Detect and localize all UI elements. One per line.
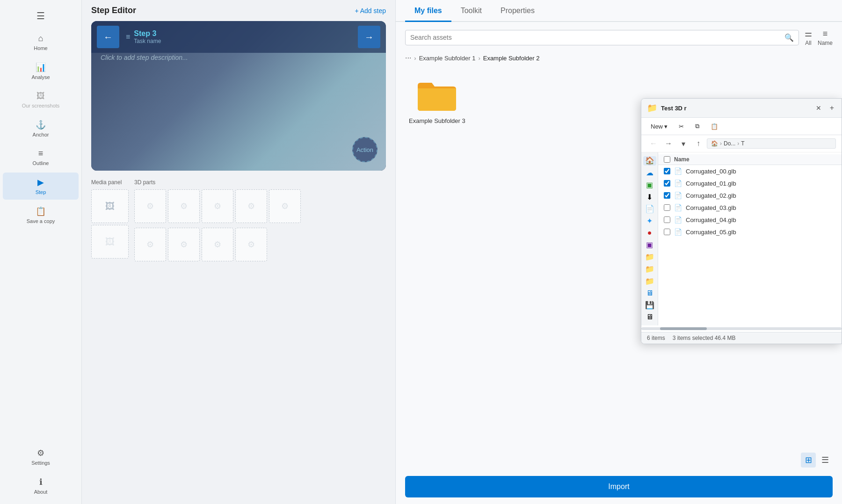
fe-sidebar-cloud2[interactable]: 🖥	[643, 288, 656, 298]
part-cell-2[interactable]: ⚙	[168, 189, 200, 223]
fe-cut-button[interactable]: ✂	[675, 121, 688, 132]
fe-sidebar-star[interactable]: ✦	[643, 216, 656, 226]
part-cell-7[interactable]: ⚙	[168, 228, 200, 261]
step-panels-row: Media panel 🖼 🖼 3D parts	[91, 179, 386, 261]
fe-sidebar-usb[interactable]: 💾	[643, 301, 656, 310]
fe-sidebar-green[interactable]: ▣	[643, 180, 656, 189]
breadcrumb-sep-1: ›	[414, 55, 416, 62]
breadcrumb-dots[interactable]: ···	[405, 54, 411, 62]
fe-sidebar-folder3[interactable]: 📁	[643, 276, 656, 286]
fe-file-checkbox-0[interactable]	[664, 168, 670, 174]
fe-file-row-5[interactable]: 📄 Corrugated_05.glb	[658, 226, 842, 238]
fe-scrollbar-thumb[interactable]	[660, 327, 707, 330]
fe-forward-button[interactable]: →	[662, 137, 675, 150]
part-cell-1[interactable]: ⚙	[134, 189, 166, 223]
media-placeholder-icon-2: 🖼	[105, 237, 115, 247]
sidebar-item-about[interactable]: ℹ About	[3, 472, 79, 499]
fe-sidebar-doc[interactable]: 📄	[643, 204, 656, 214]
sidebar-item-analyse[interactable]: 📊 Analyse	[3, 58, 79, 85]
breadcrumb-item-2[interactable]: Example Subfolder 2	[483, 55, 540, 62]
fe-file-row-2[interactable]: 📄 Corrugated_02.glb	[658, 189, 842, 202]
tab-toolkit[interactable]: Toolkit	[451, 0, 491, 22]
fe-paste-button[interactable]: 📋	[707, 121, 722, 132]
sidebar-item-settings[interactable]: ⚙ Settings	[3, 443, 79, 470]
fe-sidebar-purple[interactable]: ▣	[643, 240, 656, 250]
fe-file-row-0[interactable]: 📄 Corrugated_00.glb	[658, 165, 842, 177]
search-input[interactable]	[410, 34, 781, 41]
folder-item-subfolder3[interactable]: Example Subfolder 3	[405, 72, 469, 128]
fe-sidebar-folder1[interactable]: 📁	[643, 252, 656, 262]
fe-file-checkbox-4[interactable]	[664, 216, 670, 223]
step-next-button[interactable]: →	[358, 26, 380, 48]
import-button[interactable]: Import	[405, 476, 833, 497]
fe-selected-info: 3 items selected 46.4 MB	[673, 335, 736, 341]
fe-select-all-checkbox[interactable]	[664, 156, 670, 163]
fe-path-part1: Do...	[724, 140, 735, 147]
fe-copy-icon: ⧉	[695, 122, 699, 130]
fe-file-row-3[interactable]: 📄 Corrugated_03.glb	[658, 202, 842, 214]
fe-title: Test 3D r	[661, 105, 809, 112]
step-description[interactable]: Click to add step description...	[101, 54, 377, 61]
fe-sidebar-download[interactable]: ⬇	[643, 192, 656, 202]
part-cell-8[interactable]: ⚙	[202, 228, 233, 261]
about-icon: ℹ	[39, 477, 43, 487]
fe-file-icon-3: 📄	[674, 204, 682, 211]
step-prev-button[interactable]: ←	[97, 26, 119, 48]
grid-view-button[interactable]: ⊞	[801, 453, 816, 468]
sidebar-item-outline[interactable]: ≡ Outline	[3, 144, 79, 171]
fe-back-button[interactable]: ←	[647, 137, 660, 150]
fe-file-checkbox-2[interactable]	[664, 192, 670, 199]
sidebar: ☰ ⌂ Home 📊 Analyse 🖼 Our screenshots ⚓ A…	[0, 0, 82, 504]
sidebar-item-home[interactable]: ⌂ Home	[3, 29, 79, 56]
menu-icon[interactable]: ☰	[3, 6, 79, 26]
tabs-row: My files Toolkit Properties	[396, 0, 842, 22]
part-icon-7: ⚙	[180, 239, 188, 250]
fe-close-button[interactable]: ✕	[813, 102, 824, 114]
breadcrumb-item-1[interactable]: Example Subfolder 1	[419, 55, 476, 62]
filter-button[interactable]: ⚌ All	[805, 29, 812, 46]
search-bar-row: 🔍 ⚌ All ≡ Name	[396, 22, 842, 51]
fe-sidebar-pc[interactable]: 🖥	[643, 312, 656, 322]
sidebar-item-save-copy[interactable]: 📋 Save a copy	[3, 202, 79, 229]
fe-file-checkbox-1[interactable]	[664, 180, 670, 187]
fe-file-checkbox-5[interactable]	[664, 229, 670, 235]
part-icon-5: ⚙	[281, 201, 289, 211]
part-cell-5[interactable]: ⚙	[269, 189, 301, 223]
fe-sidebar-home[interactable]: 🏠	[643, 156, 656, 166]
tab-properties[interactable]: Properties	[491, 0, 544, 22]
list-view-button[interactable]: ☰	[818, 453, 833, 468]
sidebar-item-anchor[interactable]: ⚓ Anchor	[3, 115, 79, 142]
fe-dropdown-button[interactable]: ▾	[677, 137, 690, 150]
folder-name: Example Subfolder 3	[409, 117, 465, 124]
fe-up-button[interactable]: ↑	[692, 137, 705, 150]
part-cell-9[interactable]: ⚙	[235, 228, 267, 261]
part-cell-4[interactable]: ⚙	[235, 189, 267, 223]
fe-add-tab-button[interactable]: +	[828, 104, 836, 112]
fe-scrollbar[interactable]	[641, 327, 842, 330]
action-badge[interactable]: Action	[352, 137, 377, 162]
fe-sidebar-folder2[interactable]: 📁	[643, 264, 656, 274]
fe-copy-button[interactable]: ⧉	[691, 121, 703, 132]
fe-sidebar-red[interactable]: ●	[643, 228, 656, 238]
fe-sidebar-cloud1[interactable]: ☁	[643, 168, 656, 178]
part-cell-3[interactable]: ⚙	[202, 189, 233, 223]
fe-file-row-4[interactable]: 📄 Corrugated_04.glb	[658, 214, 842, 226]
part-cell-6[interactable]: ⚙	[134, 228, 166, 261]
fe-file-row-1[interactable]: 📄 Corrugated_01.glb	[658, 177, 842, 189]
step-name-label: Step 3	[134, 29, 156, 37]
fe-new-button[interactable]: New ▾	[647, 121, 671, 132]
sort-button[interactable]: ≡ Name	[818, 29, 833, 46]
add-step-button[interactable]: + Add step	[355, 7, 386, 14]
media-cell-2[interactable]: 🖼	[91, 225, 129, 259]
fe-file-checkbox-3[interactable]	[664, 204, 670, 211]
part-icon-9: ⚙	[247, 239, 255, 250]
fe-path-part2: T	[741, 140, 744, 147]
fe-file-name-3: Corrugated_03.glb	[686, 204, 736, 211]
search-button[interactable]: 🔍	[784, 33, 794, 42]
step-editor-header: Step Editor + Add step	[82, 0, 395, 21]
sidebar-item-step[interactable]: ▶ Step	[3, 173, 79, 200]
tab-my-files[interactable]: My files	[405, 0, 451, 22]
media-panel-label: Media panel	[91, 179, 129, 186]
media-cell-1[interactable]: 🖼	[91, 189, 129, 223]
home-icon: ⌂	[38, 34, 44, 43]
